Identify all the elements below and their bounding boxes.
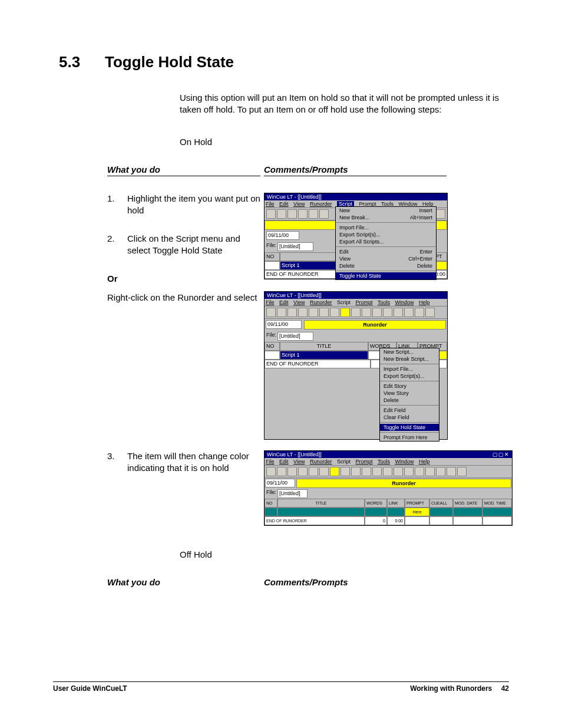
- toolbar-button[interactable]: [362, 308, 371, 317]
- toolbar-button[interactable]: [277, 308, 286, 317]
- toolbar-button[interactable]: [415, 467, 424, 476]
- shot3-toolbar: [265, 466, 512, 478]
- menu-view[interactable]: View: [293, 201, 305, 207]
- toolbar-button[interactable]: [340, 467, 350, 476]
- toolbar-button[interactable]: [457, 467, 467, 476]
- menu-item-delete[interactable]: DeleteDelete: [336, 262, 436, 269]
- ctx-toggle-hold-state[interactable]: Toggle Hold State: [380, 424, 439, 431]
- menu-file[interactable]: File: [266, 459, 275, 465]
- toolbar-button[interactable]: [394, 308, 403, 317]
- toolbar-button[interactable]: [319, 467, 329, 476]
- menu-item-view[interactable]: ViewCtrl+Enter: [336, 255, 436, 262]
- shot2-file-value[interactable]: [Untitled]: [277, 332, 313, 341]
- toolbar-button[interactable]: [309, 467, 318, 476]
- toolbar-button[interactable]: [330, 467, 339, 476]
- shot2-titlebar: WinCue LT - [[Untitled]]: [265, 292, 447, 299]
- shot1-date-field[interactable]: 09/11/00: [266, 231, 299, 240]
- menu-help[interactable]: Help: [419, 459, 430, 465]
- menu-edit[interactable]: Edit: [279, 201, 289, 207]
- shot3-file-value[interactable]: [Untitled]: [277, 489, 308, 498]
- ctx-edit-story[interactable]: Edit Story: [380, 383, 439, 390]
- shot3-here[interactable]: Here: [405, 508, 429, 516]
- toolbar-button[interactable]: [319, 308, 329, 317]
- menu-item-export-all[interactable]: Export All Scripts...: [336, 238, 436, 245]
- toolbar-button[interactable]: [298, 209, 308, 219]
- toolbar-button[interactable]: [436, 209, 445, 219]
- shot3-words-0: 0: [365, 516, 387, 525]
- toolbar-button[interactable]: [404, 467, 414, 476]
- toolbar-button[interactable]: [266, 467, 276, 476]
- footer-left: User Guide WinCueLT: [53, 684, 127, 693]
- ctx-export-scripts[interactable]: Export Script(s)...: [380, 373, 439, 380]
- toolbar-button[interactable]: [372, 308, 382, 317]
- menu-edit[interactable]: Edit: [279, 299, 289, 305]
- menu-item-new[interactable]: NewInsert: [336, 207, 436, 214]
- menu-prompt[interactable]: Prompt: [356, 299, 373, 305]
- toolbar-button[interactable]: [266, 209, 276, 219]
- menu-help[interactable]: Help: [419, 299, 430, 305]
- ctx-view-story[interactable]: View Story: [380, 390, 439, 397]
- toolbar-button[interactable]: [287, 308, 297, 317]
- toolbar-button[interactable]: [351, 308, 361, 317]
- toolbar-button[interactable]: [298, 467, 308, 476]
- toolbar-button[interactable]: [447, 467, 456, 476]
- menu-runorder[interactable]: Runorder: [310, 299, 332, 305]
- col-link: LINK: [387, 499, 405, 508]
- menu-file[interactable]: File: [266, 201, 275, 207]
- menu-script[interactable]: Script: [337, 459, 351, 465]
- window-controls-icon[interactable]: ▢▢✕: [492, 452, 510, 457]
- step-list-bottom: 3. The item will then change color indic…: [107, 450, 260, 475]
- toolbar-button[interactable]: [404, 308, 414, 317]
- toolbar-button[interactable]: [415, 308, 424, 317]
- toolbar-button[interactable]: [436, 467, 445, 476]
- ctx-prompt-from-here[interactable]: Prompt From Here: [380, 434, 439, 441]
- toolbar-button[interactable]: [351, 467, 361, 476]
- ctx-edit-field[interactable]: Edit Field: [380, 407, 439, 414]
- menu-runorder[interactable]: Runorder: [310, 459, 332, 465]
- toolbar-button[interactable]: [309, 308, 318, 317]
- menu-tools[interactable]: Tools: [378, 459, 390, 465]
- menu-tools[interactable]: Tools: [378, 299, 390, 305]
- menu-runorder[interactable]: Runorder: [310, 201, 332, 207]
- shot2-date-field[interactable]: 09/11/00: [266, 320, 302, 329]
- toolbar-button[interactable]: [287, 209, 297, 219]
- menu-file[interactable]: File: [266, 299, 275, 305]
- menu-prompt[interactable]: Prompt: [356, 459, 373, 465]
- menu-window[interactable]: Window: [395, 299, 414, 305]
- toolbar-button[interactable]: [277, 209, 286, 219]
- toolbar-button[interactable]: [340, 308, 350, 317]
- toolbar-button[interactable]: [298, 308, 308, 317]
- menu-edit[interactable]: Edit: [279, 459, 289, 465]
- toolbar-button[interactable]: [425, 308, 435, 317]
- toolbar-button[interactable]: [383, 467, 392, 476]
- toolbar-button[interactable]: [362, 467, 371, 476]
- menu-item-import-file[interactable]: Import File...: [336, 224, 436, 231]
- menu-item-edit[interactable]: EditEnter: [336, 248, 436, 255]
- menu-script[interactable]: Script: [337, 299, 351, 305]
- ctx-new-script[interactable]: New Script...: [380, 348, 439, 355]
- ctx-delete[interactable]: Delete: [380, 397, 439, 404]
- toolbar-button[interactable]: [266, 308, 276, 317]
- toolbar-button[interactable]: [287, 467, 297, 476]
- shot2-selected-script[interactable]: Script 1: [280, 351, 368, 360]
- page-footer: User Guide WinCueLT Working with Runorde…: [53, 681, 509, 693]
- toolbar-button[interactable]: [372, 467, 382, 476]
- toolbar-button[interactable]: [394, 467, 403, 476]
- toolbar-button[interactable]: [309, 209, 318, 219]
- menu-item-toggle-hold-state[interactable]: Toggle Hold State: [336, 272, 436, 279]
- toolbar-button[interactable]: [425, 467, 435, 476]
- shot1-file-value[interactable]: [Untitled]: [277, 242, 313, 251]
- shot3-date-field[interactable]: 09/11/00: [265, 479, 295, 487]
- toolbar-button[interactable]: [330, 308, 339, 317]
- menu-item-new-break[interactable]: New Break...Alt+Insert: [336, 214, 436, 221]
- toolbar-button[interactable]: [383, 308, 392, 317]
- toolbar-button[interactable]: [277, 467, 286, 476]
- ctx-import-file[interactable]: Import File...: [380, 365, 439, 373]
- menu-view[interactable]: View: [293, 459, 305, 465]
- menu-window[interactable]: Window: [395, 459, 414, 465]
- menu-view[interactable]: View: [293, 299, 305, 305]
- ctx-clear-field[interactable]: Clear Field: [380, 414, 439, 421]
- menu-item-export-scripts[interactable]: Export Script(s)...: [336, 231, 436, 238]
- toolbar-button[interactable]: [319, 209, 329, 219]
- ctx-new-break[interactable]: New Break Script...: [380, 355, 439, 363]
